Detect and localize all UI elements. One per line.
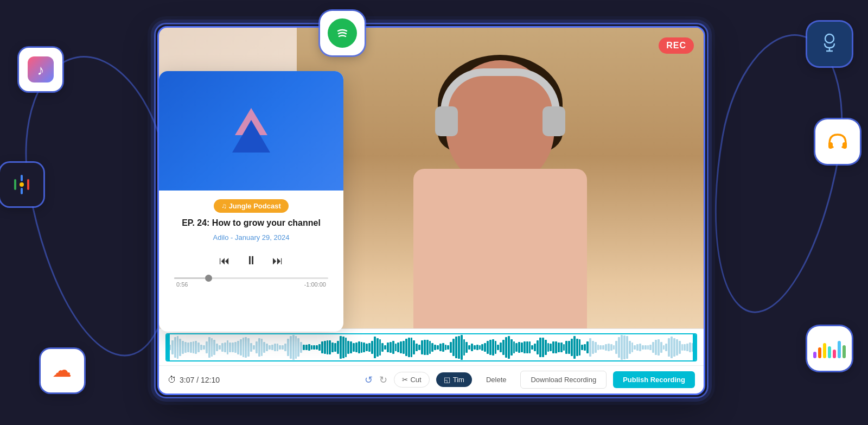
player-controls: ⏮ ⏸ ⏭ [219,250,283,271]
podcast-logo-svg [224,104,278,158]
deezer-bars [813,339,846,358]
pause-button[interactable]: ⏸ [241,250,261,271]
person-head [446,60,554,185]
tim-button[interactable]: ◱ Tim [436,372,472,387]
right-blob-decoration [693,24,859,323]
svg-rect-7 [27,179,29,190]
rewind-button[interactable]: ⏮ [219,255,230,267]
video-area: REC [297,28,704,348]
soundcloud-icon-button[interactable]: ☁ [41,349,84,392]
headphones-left-cup [435,106,458,136]
time-display: ⏱ 3:07 / 12:10 [168,375,233,385]
progress-fill [174,277,205,279]
spotify-logo-svg [333,24,352,42]
publish-recording-button[interactable]: Publish Recording [613,371,695,388]
audible-icon-button[interactable] [815,119,860,164]
spotify-icon-button[interactable] [320,11,365,55]
soundcloud-svg: ☁ [49,357,76,384]
undo-button[interactable]: ↺ [365,374,373,386]
fast-forward-button[interactable]: ⏭ [272,255,283,267]
podcast-person-svg [817,31,842,56]
remaining-time-label: -1:00:00 [304,281,326,288]
waveform-track[interactable] [165,333,697,361]
progress-track[interactable] [174,277,328,279]
progress-bar-container: 0:56 -1:00:00 [170,277,333,288]
spotify-circle [328,18,357,48]
svg-rect-6 [14,179,16,190]
clock-icon: ⏱ [168,375,176,385]
scene: REC ♫ Jungle Podcast EP. 24: How to g [0,0,868,425]
svg-point-8 [20,182,24,187]
tim-icon: ◱ [444,376,450,384]
podcast-card: ♫ Jungle Podcast EP. 24: How to grow you… [159,71,343,332]
current-time-label: 0:56 [176,281,188,288]
download-recording-button[interactable]: Download Recording [520,371,607,389]
deezer-icon-button[interactable] [807,326,852,371]
waveform-inner [167,334,696,360]
scissors-icon: ✂ [402,376,408,384]
svg-point-11 [825,34,834,43]
person-figure [365,44,636,348]
svg-rect-15 [843,142,847,149]
bottom-toolbar: ⏱ 3:07 / 12:10 ↺ ↻ ✂ Cut ◱ Tim [159,365,704,394]
waveform-handle-left[interactable] [167,334,170,360]
svg-rect-5 [21,188,23,194]
person-body [413,169,587,348]
svg-marker-1 [232,120,270,153]
delete-button[interactable]: Delete [478,372,514,387]
svg-text:♪: ♪ [37,62,44,78]
google-podcasts-icon-button[interactable] [0,163,43,206]
podcast-cover [159,71,343,191]
rec-badge: REC [659,37,694,54]
timeline-area: ⏱ 3:07 / 12:10 ↺ ↻ ✂ Cut ◱ Tim [159,328,704,394]
podcast-author: Adilo - January 29, 2024 [213,233,290,242]
svg-rect-4 [21,175,23,181]
redo-button[interactable]: ↻ [379,374,387,386]
podcast-logo [221,101,281,161]
google-podcasts-svg [10,173,34,196]
svg-rect-14 [828,142,833,149]
tim-label: Tim [453,376,464,384]
podcast-card-body: ♫ Jungle Podcast EP. 24: How to grow you… [159,191,343,296]
cut-label: Cut [410,376,421,384]
cut-button[interactable]: ✂ Cut [394,372,429,388]
podcast-title: EP. 24: How to grow your channel [182,217,321,229]
waveform-handle-right[interactable] [693,334,696,360]
apple-music-svg: ♪ [28,56,54,83]
main-window: REC ♫ Jungle Podcast EP. 24: How to g [157,26,705,395]
apple-music-icon-button[interactable]: ♪ [19,48,62,91]
audible-svg [824,128,851,155]
time-labels: 0:56 -1:00:00 [174,281,328,288]
svg-text:☁: ☁ [52,359,72,381]
time-value: 3:07 / 12:10 [180,376,220,384]
podcast-person-icon-button[interactable] [807,22,852,66]
waveform-container [159,329,704,365]
headphones-right-cup [542,106,565,136]
podcast-tag: ♫ Jungle Podcast [214,199,288,213]
